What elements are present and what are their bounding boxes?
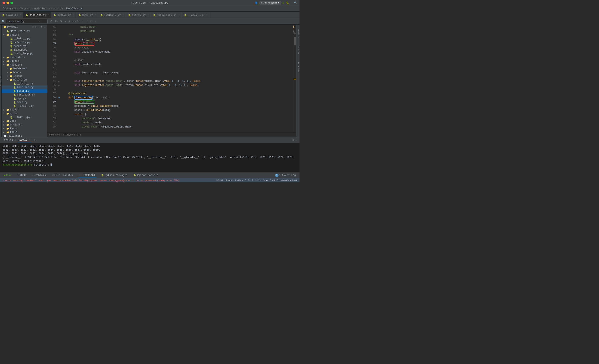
tree-item-projects[interactable]: ▶ 📁 projects xyxy=(2,123,47,127)
tree-item-modeling[interactable]: ▼ 📁 modeling xyxy=(2,63,47,67)
database-panel-label[interactable]: Database xyxy=(296,29,300,38)
tree-item-init-meta2[interactable]: 🐍 __init__.py xyxy=(2,104,47,108)
tree-item-tests[interactable]: ▶ 📁 tests xyxy=(2,127,47,130)
sciview-label[interactable]: SciView xyxy=(296,46,300,54)
context-btn[interactable]: ⊛ xyxy=(64,20,67,23)
options-btn[interactable]: ⚙ xyxy=(94,19,97,23)
tree-item-train-loop[interactable]: 🐍 train_loop.py xyxy=(2,52,47,55)
tree-item-mgn[interactable]: 🐍 mgn.py xyxy=(2,97,47,100)
tree-item-tools[interactable]: ▶ 📁 tools xyxy=(2,130,47,134)
tree-item-gitignore[interactable]: 📄 .gitignore xyxy=(2,134,47,137)
tab-close-icon[interactable]: × xyxy=(123,14,124,16)
tree-item-evaluation[interactable]: ▶ 📁 evaluation xyxy=(2,55,47,59)
tab-close-icon[interactable]: × xyxy=(148,14,149,16)
bc-root[interactable]: fast-reid xyxy=(2,7,16,10)
tree-item-losses[interactable]: ▶ 📁 losses xyxy=(2,74,47,78)
run-config[interactable]: ▶ Run readmat ▼ xyxy=(259,1,281,5)
tab-close-icon[interactable]: × xyxy=(95,14,96,16)
tab-close-icon[interactable]: × xyxy=(48,14,49,16)
expand-arrow-icon: ▶ xyxy=(3,120,6,122)
tab-build-py[interactable]: 🐍 build.py × xyxy=(0,12,24,18)
regex-btn[interactable]: .* xyxy=(49,20,53,23)
tree-item-solver[interactable]: ▶ 📁 solver xyxy=(2,108,47,112)
title-bar: fast-reid – baseline.py 👤 ▶ Run readmat … xyxy=(0,0,300,6)
tree-item-hooks[interactable]: 🐍 hooks.py xyxy=(2,44,47,48)
terminal-tab-local[interactable]: Local × xyxy=(18,138,32,142)
word-btn[interactable]: W xyxy=(60,20,63,23)
tab-close-icon[interactable]: × xyxy=(20,14,21,16)
search-result: 1 result xyxy=(69,20,80,23)
python-console-btn[interactable]: 🐍 Python Console xyxy=(132,173,159,177)
structure-label[interactable]: Structure xyxy=(0,76,2,86)
tree-item-engine[interactable]: ▼ 📁 engine xyxy=(2,33,47,37)
terminal-btn[interactable]: ⬛ Terminal xyxy=(78,173,97,178)
next-result-btn[interactable]: ↓ xyxy=(86,20,88,23)
tree-item-launch[interactable]: 🐍 launch.py xyxy=(2,48,47,52)
tree-item-defaults[interactable]: 🐍 defaults.py xyxy=(2,41,47,44)
tab-init-py[interactable]: 🐍 __init__.py × xyxy=(182,12,210,18)
python-icon: 🐍 xyxy=(2,14,5,17)
tab-close-icon[interactable]: × xyxy=(178,14,180,16)
terminal-tab-close-icon[interactable]: × xyxy=(29,139,30,141)
sidebar-controls[interactable]: ≡ ↕ ⋯ ⚙ — xyxy=(32,25,45,28)
tab-baseline-py[interactable]: 🐍 baseline.py × xyxy=(24,12,51,18)
tab-registry-py[interactable]: 🐍 registry.py × xyxy=(98,12,126,18)
tree-item-utils[interactable]: ▼ 📁 utils xyxy=(2,112,47,115)
expand-arrow-icon: ▶ xyxy=(3,127,6,130)
tree-item-layers[interactable]: ▶ 📁 layers xyxy=(2,59,47,63)
bc-from-config[interactable]: from_config() xyxy=(63,133,81,136)
search-icon-top[interactable]: 🔍 xyxy=(294,1,297,4)
tree-item-init-utils[interactable]: 🐍 __init__.py xyxy=(2,115,47,119)
tree-item-init-meta[interactable]: 🐍 __init__.py xyxy=(2,82,47,86)
event-log-btn[interactable]: 1 1 Event Log xyxy=(274,173,297,178)
close-button[interactable] xyxy=(2,2,5,4)
maximize-button[interactable] xyxy=(10,2,13,4)
tree-item-baseline[interactable]: 🐍 baseline.py xyxy=(2,86,47,89)
python-file-icon: 🐍 xyxy=(13,90,16,93)
code-line-65: 'pixel_mean': cfg.MODEL.PIXEL_MEAN, xyxy=(61,125,293,129)
tree-item-logs[interactable]: ▶ 📁 logs xyxy=(2,119,47,123)
prev-result-btn[interactable]: ↑ xyxy=(81,20,84,23)
terminal-settings-icon[interactable]: ⚙ xyxy=(292,139,294,142)
tree-item-meta-arch[interactable]: ▼ 📁 meta_arch xyxy=(2,78,47,82)
expand-btn[interactable]: □ xyxy=(90,20,93,23)
search-input-wrapper[interactable]: × xyxy=(6,19,48,24)
remote-info[interactable]: Remote Python 3.6.12 (sf.../envs/reid/bi… xyxy=(226,179,297,182)
problems-btn[interactable]: ⚠ Problems xyxy=(30,173,47,177)
tree-item-data-utils[interactable]: 🐍 data_utils.py xyxy=(2,29,47,33)
tab-moco-py[interactable]: 🐍 moco.py × xyxy=(76,12,98,18)
todo-btn[interactable]: ☰ TODO xyxy=(15,173,27,177)
tab-close-icon[interactable]: × xyxy=(206,14,208,16)
favorites-label[interactable]: Favorites xyxy=(296,62,300,72)
search-input[interactable] xyxy=(8,20,39,23)
tab-model-test-py[interactable]: 🐍 model_test.py × xyxy=(151,12,182,18)
python-packages-btn[interactable]: 🐍 Python Packages xyxy=(100,173,129,177)
bc-baseline[interactable]: Baseline xyxy=(49,133,60,136)
file-transfer-btn[interactable]: ⇅ File Transfer xyxy=(50,173,75,177)
cursor-position[interactable]: 58:31 xyxy=(216,179,223,182)
tree-item-heads[interactable]: ▶ 📁 heads xyxy=(2,71,47,74)
tree-item-build[interactable]: 🐍 build.py xyxy=(2,89,47,93)
code-lines[interactable]: pixel_mean: pixel_std: """ super().__ini… xyxy=(61,25,293,132)
debug-icon[interactable]: 🐛 xyxy=(286,1,289,5)
sidebar-header[interactable]: 📁 Project ≡ ↕ ⋯ ⚙ — xyxy=(2,25,47,29)
code-content[interactable]: 41 42 43 44 45 46 47 48 49 50 51 52 53 5… xyxy=(47,25,296,132)
window-controls[interactable] xyxy=(2,2,13,4)
case-btn[interactable]: Cc xyxy=(54,20,58,23)
add-terminal-btn[interactable]: + xyxy=(34,139,35,142)
tree-item-init-engine[interactable]: 🐍 __init__.py xyxy=(2,37,47,41)
run-button[interactable]: ▶ xyxy=(283,1,284,5)
tab-close-icon[interactable]: × xyxy=(73,14,74,16)
terminal-minimize-icon[interactable]: — xyxy=(296,139,297,142)
tree-item-backbones[interactable]: ▶ 📁 backbones xyxy=(2,67,47,71)
folder-icon: 📁 xyxy=(6,60,9,62)
run-btn[interactable]: ▶ Run xyxy=(2,173,12,178)
minimize-button[interactable] xyxy=(7,2,9,4)
tab-resnet-py[interactable]: 🐍 resnet.py × xyxy=(126,12,151,18)
tree-item-moco[interactable]: 🐍 moco.py xyxy=(2,100,47,104)
scrollbar-thumb[interactable] xyxy=(294,37,296,45)
tree-item-distiller[interactable]: 🐍 distiller.py xyxy=(2,93,47,97)
expand-arrow-icon: ▼ xyxy=(7,79,9,81)
clear-search-icon[interactable]: × xyxy=(39,20,40,23)
tab-config-py[interactable]: 🐍 config.py × xyxy=(51,12,76,18)
